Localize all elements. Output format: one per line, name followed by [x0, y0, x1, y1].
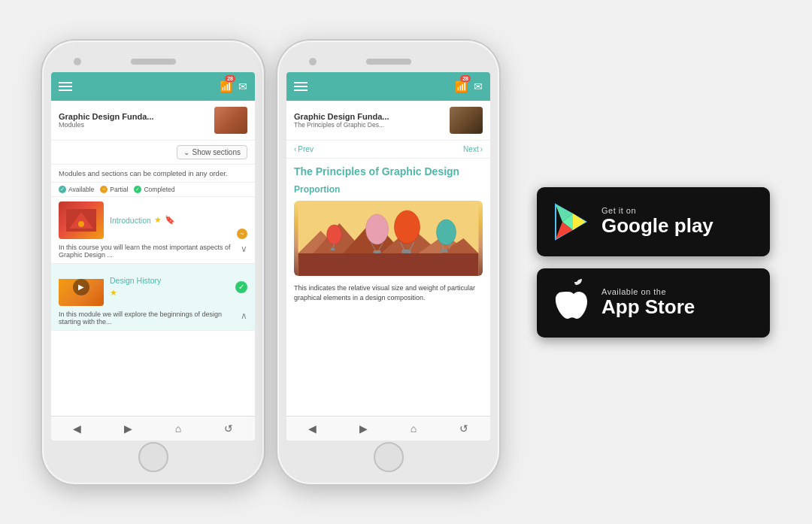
module-thumb-intro — [59, 201, 104, 239]
module-title-area-history: Design History ★ — [110, 276, 229, 298]
next-chevron: › — [480, 145, 483, 153]
hamburger-icon-1[interactable] — [59, 82, 72, 91]
next-label: Next — [463, 145, 479, 153]
legend-partial-label: Partial — [110, 186, 128, 193]
svg-rect-10 — [298, 253, 479, 276]
balloon-image — [294, 201, 483, 276]
legend-completed: ✓ Completed — [134, 186, 174, 193]
google-play-button[interactable]: Get it on Google play — [537, 187, 770, 256]
dot-partial: ~ — [100, 186, 108, 193]
apple-svg — [552, 279, 589, 320]
bottom-nav-refresh-1[interactable]: ↺ — [220, 421, 238, 436]
svg-rect-24 — [402, 250, 411, 253]
hamburger-icon-2[interactable] — [294, 82, 308, 91]
course-subtitle-1: Modules — [59, 121, 208, 129]
wifi-badge-2: 28 — [460, 75, 471, 82]
svg-point-2 — [78, 221, 84, 227]
bottom-nav-home-2[interactable]: ⌂ — [406, 421, 421, 436]
sections-bar-1: ⌄ Show sections — [51, 141, 255, 165]
legend-completed-label: Completed — [144, 186, 174, 193]
wifi-badge-wrap-1: 📶 28 — [220, 80, 232, 93]
content-subtitle: Proportion — [286, 181, 490, 198]
legend-partial: ~ Partial — [100, 186, 128, 193]
phone-camera-1 — [74, 58, 81, 65]
phone-bottom-bar-1 — [51, 441, 255, 474]
module-thumb-history-img: ▶ — [59, 279, 104, 306]
module-card-intro: Introduction ★ 🔖 ~ In this course you wi… — [51, 197, 255, 264]
phone-speaker-2 — [366, 59, 411, 65]
legend-available: ✓ Available — [59, 186, 94, 193]
prev-chevron: ‹ — [294, 145, 296, 153]
bottom-nav-back-1[interactable]: ◀ — [68, 421, 86, 436]
module-card-main-history: ▶ Design History ★ ✓ — [51, 264, 255, 310]
module-title-text-history: Design History — [110, 276, 161, 285]
star-icon-intro: ★ — [154, 215, 162, 225]
mail-icon-1: ✉ — [238, 80, 247, 92]
next-button[interactable]: Next › — [463, 145, 483, 153]
app-header-right-1: 📶 28 ✉ — [220, 80, 247, 93]
phone-2: 📶 28 ✉ Graphic Design Funda... The Princ… — [277, 41, 499, 484]
app-store-button[interactable]: Available on the App Store — [537, 268, 770, 338]
module-title-intro[interactable]: Introduction ★ 🔖 — [110, 215, 231, 225]
expand-icon-intro[interactable]: ∨ — [241, 244, 247, 254]
bottom-nav-1: ◀ ▶ ⌂ ↺ — [51, 416, 255, 441]
bottom-nav-back-2[interactable]: ◀ — [304, 421, 321, 436]
bottom-nav-home-1[interactable]: ⌂ — [171, 421, 186, 436]
module-desc-text-intro: In this course you will learn the most i… — [59, 244, 241, 259]
expand-icon-history[interactable]: ∧ — [241, 310, 247, 321]
bottom-nav-forward-2[interactable]: ▶ — [355, 421, 372, 436]
phone-screen-2: 📶 28 ✉ Graphic Design Funda... The Princ… — [286, 72, 490, 441]
module-title-history[interactable]: Design History — [110, 276, 229, 285]
show-sections-button[interactable]: ⌄ Show sections — [177, 145, 247, 159]
content-title: The Principles of Graphic Design — [286, 159, 490, 181]
show-sections-label: Show sections — [192, 148, 241, 156]
wifi-badge-1: 28 — [225, 75, 235, 82]
bottom-nav-forward-1[interactable]: ▶ — [120, 421, 137, 436]
course-header-text-2: Graphic Design Funda... The Principles o… — [294, 112, 444, 129]
bookmark-icon-intro: 🔖 — [165, 215, 175, 225]
phone-bottom-bar-2 — [286, 441, 490, 474]
course-thumb-1 — [214, 107, 247, 134]
svg-marker-34 — [573, 214, 586, 230]
app-store-text: Available on the App Store — [601, 287, 695, 318]
phone-top-bar-2 — [286, 51, 490, 72]
dot-available: ✓ — [59, 186, 66, 193]
svg-rect-19 — [374, 250, 381, 253]
play-circle-history[interactable]: ▶ — [73, 279, 89, 295]
phone-home-btn-2[interactable] — [374, 442, 404, 472]
app-store-main: App Store — [601, 296, 695, 318]
phone-1: 📶 28 ✉ Graphic Design Funda... Modules — [42, 41, 264, 484]
module-card-main-intro: Introduction ★ 🔖 ~ — [51, 197, 255, 244]
course-thumb-image-1 — [214, 107, 247, 134]
module-status-completed-history: ✓ — [235, 281, 247, 293]
module-title-text-intro: Introduction — [110, 216, 151, 225]
mail-icon-2: ✉ — [474, 80, 483, 92]
phone-home-btn-1[interactable] — [138, 442, 168, 472]
google-play-icon — [552, 203, 589, 241]
app-store-icon — [552, 279, 589, 326]
course-title-2: Graphic Design Funda... — [294, 112, 422, 121]
content-body: This indicates the relative visual size … — [286, 279, 490, 308]
wifi-badge-wrap-2: 📶 28 — [455, 80, 468, 93]
app-header-2: 📶 28 ✉ — [286, 72, 490, 101]
dot-completed: ✓ — [134, 186, 141, 193]
wifi-icon-1: 📶 — [220, 80, 232, 92]
module-thumb-intro-img — [59, 201, 104, 239]
module-desc-intro: In this course you will learn the most i… — [51, 244, 255, 263]
module-card-history: ▶ Design History ★ ✓ — [51, 264, 255, 331]
module-title-area-intro: Introduction ★ 🔖 — [110, 215, 231, 225]
course-header-1: Graphic Design Funda... Modules — [51, 101, 255, 141]
wifi-icon-2: 📶 — [455, 80, 468, 92]
course-header-2: Graphic Design Funda... The Principles o… — [286, 101, 490, 141]
bottom-nav-refresh-2[interactable]: ↺ — [455, 421, 473, 436]
course-thumb-2 — [450, 107, 483, 134]
legend-1: ✓ Available ~ Partial ✓ Completed — [51, 183, 255, 197]
prev-button[interactable]: ‹ Prev — [294, 145, 314, 153]
module-status-partial-intro: ~ — [237, 229, 247, 239]
svg-rect-29 — [441, 250, 448, 253]
course-header-text-1: Graphic Design Funda... Modules — [59, 112, 208, 129]
app-header-left-1 — [59, 82, 72, 91]
phone-top-bar-1 — [51, 51, 255, 72]
bottom-nav-2: ◀ ▶ ⌂ ↺ — [286, 416, 490, 441]
prev-label: Prev — [298, 145, 314, 153]
